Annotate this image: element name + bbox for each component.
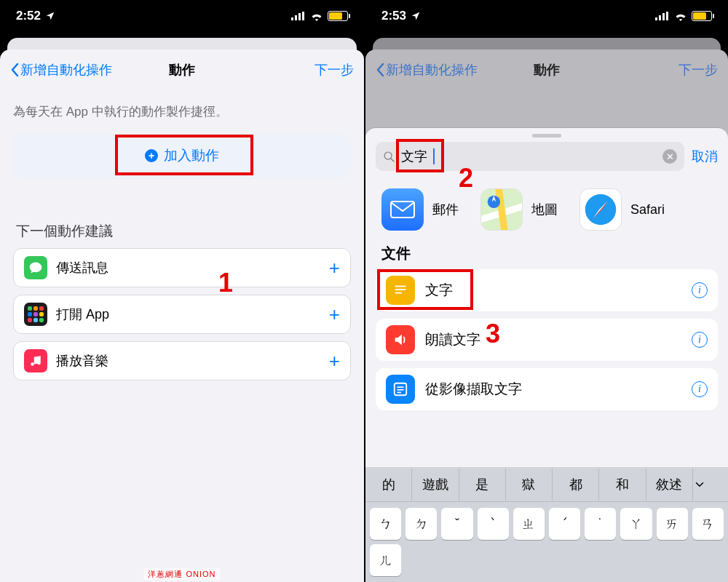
svg-rect-19 (397, 386, 403, 388)
svg-rect-21 (397, 392, 401, 394)
add-action-container: + 加入動作 (13, 133, 351, 178)
navbar: 新增自動化操作 動作 下一步 (0, 49, 364, 90)
svg-rect-1 (295, 15, 297, 20)
info-icon[interactable]: i (692, 381, 708, 397)
kb-sugg-item[interactable]: 和 (599, 469, 646, 501)
kb-sugg-item[interactable]: 是 (459, 469, 506, 501)
app-mail[interactable]: 郵件 (381, 188, 459, 231)
key[interactable]: ˙ (585, 508, 616, 540)
next-button[interactable]: 下一步 (678, 61, 718, 79)
battery-icon (328, 11, 348, 21)
mail-icon (381, 188, 424, 231)
key[interactable]: ㄢ (692, 508, 724, 540)
wifi-icon (310, 12, 323, 21)
svg-rect-4 (655, 17, 657, 20)
svg-rect-5 (659, 15, 661, 20)
suggestion-label: 播放音樂 (56, 352, 320, 370)
suggestion-label: 傳送訊息 (56, 259, 320, 276)
sheet-grabber[interactable] (532, 134, 561, 137)
back-button[interactable]: 新增自動化操作 (376, 61, 478, 79)
svg-rect-0 (291, 17, 293, 20)
maps-icon (480, 188, 523, 231)
keyboard-keys[interactable]: ㄅ ㄉ ˇ ˋ ㄓ ˊ ˙ ㄚ ㄞ ㄢ ㄦ (365, 502, 728, 582)
suggestion-item[interactable]: 播放音樂 + (13, 341, 351, 380)
result-label: 朗讀文字 (425, 330, 681, 349)
location-icon (411, 11, 421, 21)
image-text-icon (386, 375, 415, 404)
battery-icon (692, 11, 712, 21)
suggestion-label: 打開 App (56, 306, 320, 323)
app-safari[interactable]: Safari (579, 188, 665, 231)
signal-icon (655, 12, 670, 20)
cancel-button[interactable]: 取消 (692, 148, 718, 165)
result-item-text[interactable]: 文字 i (376, 269, 718, 311)
status-time: 2:53 (381, 9, 406, 23)
app-maps[interactable]: 地圖 (480, 188, 558, 231)
key[interactable]: ˋ (478, 508, 509, 540)
main-sheet: 新增自動化操作 動作 下一步 為每天在 App 中執行的動作製作捷徑。 + 加入… (0, 49, 364, 582)
svg-rect-7 (666, 12, 668, 20)
search-input[interactable]: 文字 ✕ (376, 142, 684, 171)
location-icon (45, 11, 55, 21)
speaker-icon (386, 325, 415, 354)
add-icon[interactable]: + (329, 257, 340, 279)
key[interactable]: ㄦ (370, 544, 401, 576)
category-title: 文件 (365, 244, 728, 269)
keyboard-collapse-icon[interactable] (693, 471, 728, 498)
back-label: 新增自動化操作 (386, 61, 478, 79)
keyboard-suggestions[interactable]: 的 遊戲 是 獄 都 和 敘述 (365, 467, 728, 502)
message-icon (24, 256, 47, 279)
annotation-2: 2 (459, 163, 473, 194)
safari-icon (579, 188, 622, 231)
key[interactable]: ˇ (441, 508, 472, 540)
music-icon (24, 349, 47, 372)
key[interactable]: ㄉ (405, 508, 437, 540)
signal-icon (291, 12, 306, 20)
info-icon[interactable]: i (692, 282, 708, 298)
app-label: Safari (630, 202, 665, 218)
svg-rect-20 (397, 389, 403, 391)
svg-rect-2 (298, 13, 301, 20)
watermark: 洋蔥網通 ONION (143, 568, 220, 581)
result-item-extract[interactable]: 從影像擷取文字 i (376, 368, 718, 410)
back-button[interactable]: 新增自動化操作 (10, 61, 112, 79)
key[interactable]: ㄓ (513, 508, 545, 540)
clear-search-icon[interactable]: ✕ (662, 149, 677, 164)
annotation-3: 3 (486, 319, 500, 349)
back-label: 新增自動化操作 (20, 61, 112, 79)
kb-sugg-item[interactable]: 的 (365, 469, 412, 501)
phone-left: 2:52 新增自動化操作 動作 下一步 為每天在 App 中執行的 (0, 0, 364, 582)
annotation-1: 1 (218, 268, 233, 298)
key[interactable]: ㄞ (657, 508, 688, 540)
key[interactable]: ㄅ (370, 508, 401, 540)
result-list: 文字 i 朗讀文字 i 從影像擷取文字 i (365, 269, 728, 410)
kb-sugg-item[interactable]: 遊戲 (412, 469, 459, 501)
annotation-box-3 (377, 269, 473, 310)
annotation-box-1 (115, 135, 253, 175)
wifi-icon (674, 12, 687, 21)
kb-sugg-item[interactable]: 獄 (506, 469, 553, 501)
suggestion-item[interactable]: 打開 App + (13, 295, 351, 334)
apps-icon (24, 303, 47, 326)
status-bar: 2:52 (0, 0, 364, 32)
svg-rect-10 (391, 202, 414, 218)
svg-rect-6 (662, 13, 665, 20)
app-shortcuts-row: 郵件 地圖 Safari (365, 178, 728, 244)
search-overlay-sheet: 文字 ✕ 取消 2 郵件 地圖 (365, 128, 728, 582)
add-icon[interactable]: + (329, 303, 340, 326)
phone-right: 2:53 新增自動化操作 動作 下一步 (364, 0, 728, 582)
key[interactable]: ˊ (549, 508, 580, 540)
keyboard[interactable]: 的 遊戲 是 獄 都 和 敘述 ㄅ ㄉ ˇ ˋ ㄓ ˊ ˙ ㄚ ㄞ (365, 467, 728, 582)
kb-sugg-item[interactable]: 都 (553, 469, 599, 501)
suggestion-section-title: 下一個動作建議 (16, 222, 351, 241)
suggestion-list: 傳送訊息 + 打開 App + (13, 248, 351, 380)
info-icon[interactable]: i (692, 332, 708, 348)
next-button[interactable]: 下一步 (314, 61, 354, 79)
add-icon[interactable]: + (329, 350, 340, 372)
suggestion-item[interactable]: 傳送訊息 + (13, 248, 351, 287)
svg-line-9 (391, 158, 394, 161)
kb-sugg-item[interactable]: 敘述 (646, 469, 693, 501)
result-item-speak[interactable]: 朗讀文字 i (376, 319, 718, 361)
key[interactable]: ㄚ (620, 508, 652, 540)
svg-rect-3 (302, 12, 304, 20)
